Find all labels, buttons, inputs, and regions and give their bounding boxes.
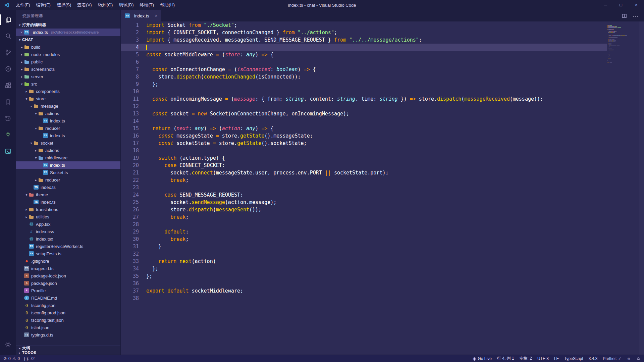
tree-folder-utilities[interactable]: ▸utilities: [16, 213, 120, 220]
tree-folder-node_modules[interactable]: ▸node_modules: [16, 51, 120, 58]
close-button[interactable]: ×: [629, 0, 644, 10]
close-file-icon[interactable]: ×: [19, 30, 24, 34]
code-line-25[interactable]: 25 socket.sendMessage(action.message);: [121, 199, 607, 206]
code-line-26[interactable]: 26 store.dispatch(messageSent());: [121, 206, 607, 213]
code-line-12[interactable]: 12: [121, 103, 607, 110]
tree-folder-store[interactable]: ▾store: [16, 95, 120, 102]
tree-folder-theme[interactable]: ▾theme: [16, 191, 120, 198]
tree-file-registerServiceWorker.ts[interactable]: TSregisterServiceWorker.ts: [16, 243, 120, 250]
tree-file-index.ts[interactable]: TSindex.ts: [16, 161, 120, 169]
open-editor-item[interactable]: × TS index.ts src\store\socket\middlewar…: [16, 29, 120, 36]
typescript-version[interactable]: 3.4.3: [589, 356, 598, 361]
debug-icon[interactable]: [0, 61, 16, 77]
tree-folder-build[interactable]: ▸build: [16, 43, 120, 51]
code-line-27[interactable]: 27 break;: [121, 213, 607, 221]
tree-file-Socket.ts[interactable]: TSSocket.ts: [16, 169, 120, 176]
tree-file-typings.d.ts[interactable]: TStypings.d.ts: [16, 331, 120, 339]
tree-file-index.tsx[interactable]: index.tsx: [16, 235, 120, 243]
code-line-35[interactable]: 35};: [121, 272, 607, 280]
more-actions-icon[interactable]: ···: [633, 13, 639, 19]
code-line-33[interactable]: 33 return next(action): [121, 258, 607, 265]
tab-close-icon[interactable]: ×: [155, 13, 157, 18]
code-line-5[interactable]: 5const socketMiddleware = (store: any) =…: [121, 51, 607, 58]
tree-file-images.d.ts[interactable]: TSimages.d.ts: [16, 265, 120, 272]
code-editor[interactable]: 1import Socket from "./Socket";2import {…: [121, 21, 644, 355]
encoding-setting[interactable]: UTF-8: [537, 356, 549, 361]
code-line-22[interactable]: 22 break;: [121, 176, 607, 184]
code-line-24[interactable]: 24 case SEND_MESSAGE_REQUEST:: [121, 191, 607, 199]
split-editor-icon[interactable]: [622, 13, 627, 19]
search-icon[interactable]: [0, 28, 16, 44]
menu-item[interactable]: 文件(F): [13, 0, 33, 10]
tree-file-index.ts[interactable]: TSindex.ts: [16, 198, 120, 206]
tree-file-README.md[interactable]: iREADME.md: [16, 294, 120, 302]
code-line-23[interactable]: 23: [121, 184, 607, 191]
outline-section-header[interactable]: ▸ 大纲: [16, 346, 120, 351]
code-line-1[interactable]: 1import Socket from "./Socket";: [121, 21, 607, 29]
tree-folder-reducer[interactable]: ▸reducer: [16, 176, 120, 184]
bookmarks-icon[interactable]: [0, 94, 16, 110]
todos-section-header[interactable]: ▸ TODOS: [16, 351, 120, 355]
live-server-plug-icon[interactable]: [0, 126, 16, 143]
project-section-header[interactable]: ▾ CHAT: [16, 36, 120, 43]
tree-folder-server[interactable]: ▸server: [16, 73, 120, 80]
tree-folder-actions[interactable]: ▾actions: [16, 110, 120, 117]
code-line-15[interactable]: 15 return (next: any) => (action: any) =…: [121, 125, 607, 132]
tree-file-index.css[interactable]: #index.css: [16, 228, 120, 235]
todo-counter[interactable]: (-): 72: [24, 356, 35, 361]
code-line-19[interactable]: 19 switch (action.type) {: [121, 154, 607, 162]
menu-item[interactable]: 转到(G): [95, 0, 116, 10]
code-line-11[interactable]: 11 const onIncomingMessage = (message: {…: [121, 95, 607, 103]
code-line-30[interactable]: 30 break;: [121, 236, 607, 243]
minimap[interactable]: [607, 22, 639, 61]
tree-folder-public[interactable]: ▸public: [16, 58, 120, 65]
terminal-icon[interactable]: [0, 143, 16, 159]
tree-file-package.json[interactable]: npackage.json: [16, 279, 120, 287]
indentation-setting[interactable]: 空格: 2: [520, 356, 532, 361]
tree-file-tsconfig.test.json[interactable]: {}tsconfig.test.json: [16, 316, 120, 324]
tree-file-tsconfig.prod.json[interactable]: {}tsconfig.prod.json: [16, 309, 120, 316]
code-line-3[interactable]: 3import { messageReceived, messageSent, …: [121, 36, 607, 44]
menu-item[interactable]: 调试(D): [116, 0, 137, 10]
code-line-4[interactable]: 4: [121, 44, 607, 51]
code-line-13[interactable]: 13 const socket = new Socket(onConnectio…: [121, 110, 607, 117]
source-control-icon[interactable]: [0, 44, 16, 61]
settings-gear-icon[interactable]: [0, 336, 16, 353]
menu-item[interactable]: 选择(S): [54, 0, 74, 10]
menu-item[interactable]: 编辑(E): [33, 0, 54, 10]
tree-file-package-lock.json[interactable]: npackage-lock.json: [16, 272, 120, 279]
tree-folder-actions[interactable]: ▸actions: [16, 147, 120, 154]
tree-folder-screenshots[interactable]: ▸screenshots: [16, 65, 120, 73]
code-line-21[interactable]: 21 socket.connect(messageState.user, pro…: [121, 169, 607, 176]
tree-folder-translations[interactable]: ▸translations: [16, 206, 120, 213]
minimize-button[interactable]: ─: [598, 0, 613, 10]
history-icon[interactable]: [0, 110, 16, 126]
code-line-20[interactable]: 20 case CONNECT_SOCKET:: [121, 162, 607, 169]
tree-file-tsconfig.json[interactable]: {}tsconfig.json: [16, 302, 120, 309]
code-line-16[interactable]: 16 const messageState = store.getState()…: [121, 132, 607, 140]
tree-file-index.ts[interactable]: TSindex.ts: [16, 132, 120, 139]
go-live-button[interactable]: ◉Go Live: [473, 356, 492, 361]
code-line-9[interactable]: 9 };: [121, 81, 607, 88]
tree-folder-src[interactable]: ▾src: [16, 80, 120, 88]
code-line-10[interactable]: 10: [121, 88, 607, 95]
tree-folder-message[interactable]: ▾message: [16, 102, 120, 110]
code-line-29[interactable]: 29 default:: [121, 228, 607, 236]
extensions-icon[interactable]: [0, 77, 16, 94]
code-line-7[interactable]: 7 const onConnectionChange = (isConnecte…: [121, 66, 607, 73]
code-line-31[interactable]: 31 }: [121, 243, 607, 250]
problems-indicator[interactable]: ⊘0 ⚠0: [3, 356, 20, 361]
code-line-2[interactable]: 2import { CONNECT_SOCKET, connectionChan…: [121, 29, 607, 36]
tree-file-.gitignore[interactable]: ◆.gitignore: [16, 257, 120, 265]
code-line-32[interactable]: 32: [121, 250, 607, 258]
tree-file-index.ts[interactable]: TSindex.ts: [16, 184, 120, 191]
code-line-37[interactable]: 37export default socketMiddleware;: [121, 287, 607, 295]
code-line-17[interactable]: 17 const socketState = store.getState().…: [121, 140, 607, 147]
code-line-36[interactable]: 36: [121, 280, 607, 287]
code-line-28[interactable]: 28: [121, 221, 607, 228]
tree-file-App.tsx[interactable]: App.tsx: [16, 220, 120, 228]
tree-folder-components[interactable]: ▸components: [16, 88, 120, 95]
tree-folder-socket[interactable]: ▾socket: [16, 139, 120, 147]
tree-file-setupTests.ts[interactable]: TSsetupTests.ts: [16, 250, 120, 257]
code-line-6[interactable]: 6: [121, 58, 607, 66]
